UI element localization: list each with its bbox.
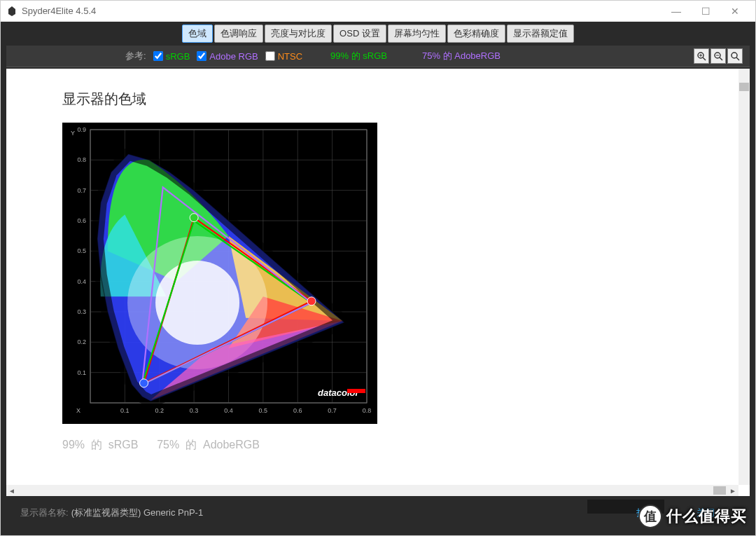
watermark-badge-icon: 值	[638, 504, 662, 528]
reference-bar: 参考: sRGB Adobe RGB NTSC 99% 的 sRGB 75% 的…	[6, 46, 750, 67]
srgb-coverage-stat: 99% 的 sRGB	[330, 50, 387, 62]
tab-0[interactable]: 色域	[182, 25, 213, 43]
svg-text:0.8: 0.8	[77, 156, 86, 163]
svg-line-5	[720, 57, 722, 60]
titlebar: Spyder4Elite 4.5.4 — ☐ ✕	[1, 1, 755, 22]
reference-label: 参考:	[125, 50, 146, 62]
svg-line-8	[736, 57, 739, 60]
svg-text:0.8: 0.8	[363, 407, 372, 414]
svg-point-55	[190, 214, 198, 222]
watermark-text: 什么值得买	[666, 506, 747, 527]
tab-4[interactable]: 屏幕均匀性	[388, 25, 446, 43]
tab-1[interactable]: 色调响应	[214, 25, 263, 43]
coverage-summary: 99% 的 sRGB 75% 的 AdobeRGB	[62, 438, 738, 453]
ntsc-checkbox[interactable]: NTSC	[265, 51, 302, 62]
svg-line-1	[703, 57, 706, 60]
svg-text:0.3: 0.3	[77, 308, 86, 315]
page-title: 显示器的色域	[62, 90, 738, 109]
svg-text:0.5: 0.5	[77, 247, 86, 254]
tab-bar: 色域色调响应亮度与对比度OSD 设置屏幕均匀性色彩精确度显示器额定值	[6, 25, 750, 43]
display-name-value: (标准监视器类型) Generic PnP-1	[71, 507, 204, 519]
svg-rect-58	[347, 389, 365, 393]
svg-text:0.2: 0.2	[155, 407, 164, 414]
srgb-checkbox[interactable]: sRGB	[153, 51, 190, 62]
svg-text:Y: Y	[71, 130, 75, 137]
svg-text:0.4: 0.4	[224, 407, 233, 414]
tab-3[interactable]: OSD 设置	[333, 25, 386, 43]
svg-point-54	[307, 297, 316, 305]
window-title: Spyder4Elite 4.5.4	[22, 6, 662, 16]
svg-text:0.1: 0.1	[77, 369, 86, 376]
svg-text:0.4: 0.4	[77, 278, 86, 285]
maximize-button[interactable]: ☐	[691, 1, 720, 21]
watermark: 值 什么值得买	[638, 504, 747, 528]
svg-text:X: X	[76, 407, 80, 414]
content-area: 显示器的色域 0.10.20.30.40.50.60.70.80.10.20.3…	[6, 69, 750, 496]
adobergb-coverage-stat: 75% 的 AdobeRGB	[422, 50, 500, 62]
zoom-fit-icon[interactable]	[727, 48, 743, 64]
tab-6[interactable]: 显示器额定值	[507, 25, 574, 43]
tab-2[interactable]: 亮度与对比度	[265, 25, 332, 43]
horizontal-scrollbar[interactable]: ◄►	[6, 485, 738, 496]
tab-5[interactable]: 色彩精确度	[447, 25, 505, 43]
svg-text:0.1: 0.1	[120, 407, 130, 414]
svg-text:0.5: 0.5	[259, 407, 268, 414]
app-logo-icon	[6, 6, 18, 17]
gamut-chart: 0.10.20.30.40.50.60.70.80.10.20.30.40.50…	[62, 123, 377, 424]
svg-text:0.3: 0.3	[190, 407, 199, 414]
zoom-out-icon[interactable]	[710, 48, 726, 64]
minimize-button[interactable]: —	[662, 1, 691, 21]
svg-text:0.9: 0.9	[77, 126, 86, 133]
svg-text:0.6: 0.6	[77, 217, 86, 224]
close-button[interactable]: ✕	[720, 1, 750, 21]
svg-text:0.6: 0.6	[293, 407, 302, 414]
svg-point-7	[732, 53, 737, 58]
adobergb-checkbox[interactable]: Adobe RGB	[197, 51, 258, 62]
svg-point-56	[140, 379, 148, 387]
svg-text:0.7: 0.7	[328, 407, 337, 414]
zoom-in-icon[interactable]	[694, 48, 709, 64]
svg-text:0.2: 0.2	[77, 338, 86, 345]
svg-text:0.7: 0.7	[77, 187, 86, 194]
display-name-label: 显示器名称:	[20, 507, 69, 519]
vertical-scrollbar[interactable]	[738, 69, 750, 485]
